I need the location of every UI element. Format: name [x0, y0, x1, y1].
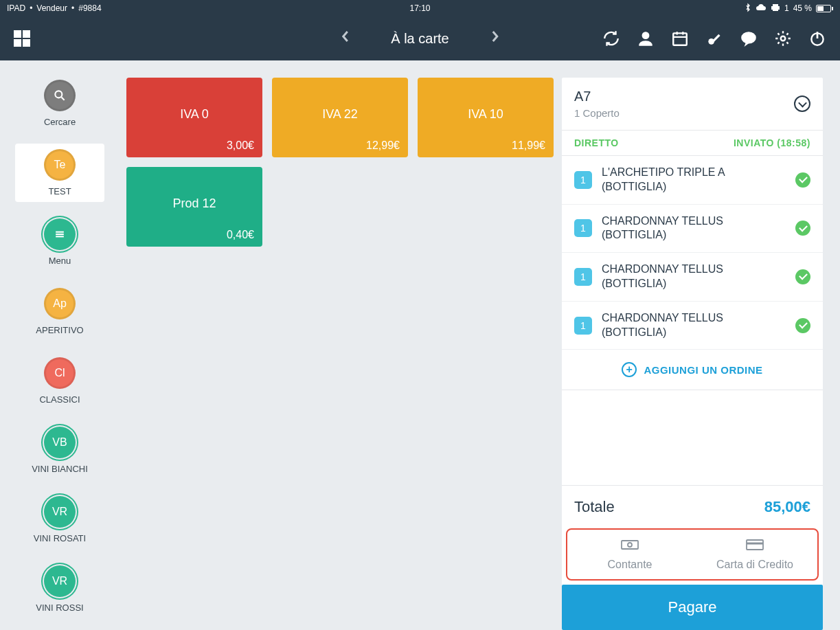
item-name: L'ARCHETIPO TRIPLE A (BOTTIGLIA): [602, 166, 786, 194]
pay-cash-button[interactable]: Contante: [567, 530, 692, 579]
product-card[interactable]: IVA 1011,99€: [418, 78, 554, 157]
category-label: CLASSICI: [39, 394, 80, 405]
plus-circle-icon: +: [622, 362, 637, 377]
session-id: #9884: [78, 3, 101, 13]
product-price: 12,99€: [366, 139, 400, 152]
card-icon: [745, 538, 764, 554]
product-name: IVA 22: [322, 107, 358, 122]
menu-icon: [44, 218, 76, 250]
product-card[interactable]: Prod 120,40€: [126, 167, 262, 247]
order-item[interactable]: 1CHARDONNAY TELLUS (BOTTIGLIA): [562, 205, 823, 254]
order-item[interactable]: 1L'ARCHETIPO TRIPLE A (BOTTIGLIA): [562, 156, 823, 205]
product-name: Prod 12: [172, 196, 216, 211]
pay-card-label: Carta di Credito: [716, 559, 793, 571]
gear-icon[interactable]: [774, 30, 792, 47]
qty-badge: 1: [574, 317, 592, 335]
key-icon[interactable]: [705, 30, 723, 47]
category-label: Menu: [49, 256, 71, 266]
qty-badge: 1: [574, 219, 592, 237]
svg-point-10: [55, 91, 62, 98]
category-circle: VR: [44, 496, 76, 528]
sync-icon[interactable]: [602, 30, 620, 47]
category-item-Menu[interactable]: Menu: [15, 213, 104, 271]
svg-rect-0: [773, 4, 778, 6]
svg-point-8: [781, 36, 786, 41]
category-item-VINI BIANCHI[interactable]: VBVINI BIANCHI: [15, 421, 104, 480]
table-number: A7: [574, 89, 620, 104]
order-status-right: INVIATO (18:58): [734, 137, 810, 148]
category-circle: VR: [44, 565, 76, 597]
bluetooth-icon: [745, 3, 751, 14]
category-circle: Ap: [44, 288, 76, 319]
expand-order-icon[interactable]: [794, 95, 810, 112]
product-price: 11,99€: [512, 139, 545, 152]
chat-icon[interactable]: [740, 30, 758, 47]
user-icon[interactable]: [637, 30, 655, 47]
category-label: VINI BIANCHI: [32, 464, 88, 474]
search-icon: [44, 80, 76, 111]
svg-line-11: [62, 98, 65, 100]
printer-icon: [771, 3, 780, 14]
cash-icon: [620, 538, 639, 554]
product-card[interactable]: IVA 2212,99€: [272, 78, 408, 157]
category-label: TEST: [48, 186, 71, 196]
add-order-label: AGGIUNGI UN ORDINE: [644, 364, 762, 376]
battery-percent: 45 %: [793, 3, 812, 13]
svg-rect-15: [622, 541, 638, 549]
pay-card-button[interactable]: Carta di Credito: [692, 530, 817, 579]
category-sidebar: CercareTeTESTMenuApAPERITIVOClCLASSICIVB…: [0, 60, 120, 630]
svg-point-16: [628, 543, 632, 547]
page-title: À la carte: [391, 31, 449, 47]
svg-rect-17: [747, 540, 763, 550]
app-header: À la carte: [0, 16, 840, 60]
category-label: VINI ROSSI: [36, 603, 83, 613]
svg-rect-4: [673, 33, 687, 45]
battery-count: 1: [784, 3, 789, 13]
apps-grid-icon[interactable]: [14, 30, 30, 47]
order-panel: A7 1 Coperto DIRETTO INVIATO (18:58) 1L'…: [562, 78, 823, 630]
total-label: Totale: [574, 498, 615, 516]
category-item-VINI ROSATI[interactable]: VRVINI ROSATI: [15, 491, 104, 549]
category-circle: VB: [44, 427, 76, 458]
pay-button[interactable]: Pagare: [562, 585, 823, 630]
product-price: 3,00€: [227, 139, 254, 152]
covers-count: 1 Coperto: [574, 107, 620, 119]
svg-point-3: [642, 32, 650, 39]
product-price: 0,40€: [227, 229, 254, 241]
item-name: CHARDONNAY TELLUS (BOTTIGLIA): [602, 262, 786, 291]
product-grid: IVA 03,00€IVA 2212,99€IVA 1011,99€Prod 1…: [120, 60, 562, 630]
pay-cash-label: Contante: [608, 559, 652, 571]
item-name: CHARDONNAY TELLUS (BOTTIGLIA): [602, 311, 786, 340]
category-circle: Te: [44, 149, 76, 181]
device-name: IPAD: [7, 3, 25, 13]
qty-badge: 1: [574, 268, 592, 286]
check-icon: [795, 269, 810, 284]
cloud-icon: [756, 3, 767, 14]
category-item-VINI ROSSI[interactable]: VRVINI ROSSI: [15, 560, 104, 618]
product-card[interactable]: IVA 03,00€: [126, 78, 262, 157]
svg-point-7: [741, 32, 756, 43]
category-item-APERITIVO[interactable]: ApAPERITIVO: [15, 282, 104, 341]
prev-button[interactable]: [340, 30, 350, 47]
order-status-left: DIRETTO: [574, 137, 619, 148]
check-icon: [795, 172, 810, 188]
payment-methods: Contante Carta di Credito: [566, 528, 819, 581]
category-item-TEST[interactable]: TeTEST: [15, 144, 104, 202]
pay-button-label: Pagare: [668, 598, 717, 616]
product-name: IVA 0: [180, 107, 209, 122]
total-value: 85,00€: [764, 498, 810, 516]
check-icon: [795, 318, 810, 333]
next-button[interactable]: [490, 30, 500, 47]
order-item[interactable]: 1CHARDONNAY TELLUS (BOTTIGLIA): [562, 253, 823, 302]
power-icon[interactable]: [808, 30, 826, 47]
svg-rect-6: [712, 34, 720, 42]
add-order-button[interactable]: + AGGIUNGI UN ORDINE: [562, 350, 823, 390]
check-icon: [795, 221, 810, 236]
battery-icon: [816, 5, 833, 12]
order-item[interactable]: 1CHARDONNAY TELLUS (BOTTIGLIA): [562, 302, 823, 350]
category-item-CLASSICI[interactable]: ClCLASSICI: [15, 352, 104, 410]
svg-rect-2: [773, 9, 778, 11]
calendar-icon[interactable]: [671, 30, 689, 47]
category-item-Cercare[interactable]: Cercare: [15, 74, 104, 133]
status-time: 17:10: [409, 3, 430, 13]
